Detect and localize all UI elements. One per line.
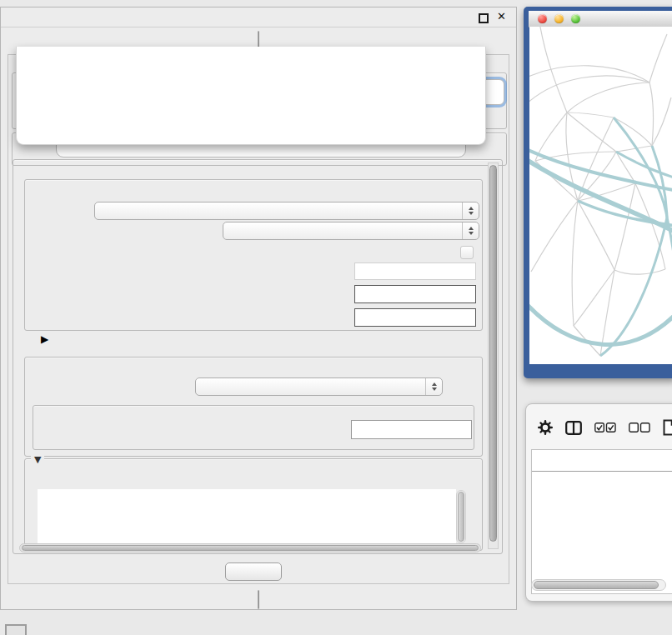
network-view-window bbox=[524, 7, 672, 378]
collapse-arrow-icon[interactable]: ▼ bbox=[34, 454, 41, 465]
tab-group bbox=[258, 590, 259, 609]
split-columns-icon[interactable] bbox=[565, 421, 582, 435]
dpi-tolerance-field[interactable] bbox=[354, 285, 476, 303]
list-scrollbar[interactable] bbox=[456, 490, 466, 543]
deselect-all-checkboxes-icon[interactable] bbox=[629, 422, 650, 433]
gear-icon[interactable] bbox=[538, 420, 553, 435]
network-edges-highlighted bbox=[529, 118, 672, 356]
minimized-panel-icon[interactable] bbox=[5, 624, 27, 635]
network-canvas[interactable] bbox=[529, 27, 672, 364]
scrollbar-thumb[interactable] bbox=[458, 492, 464, 542]
dropdown-placeholder bbox=[17, 47, 485, 62]
table-horizontal-scrollbar[interactable] bbox=[531, 579, 666, 591]
control-panel-titlebar: ✕ bbox=[1, 8, 516, 28]
scrollbar-thumb[interactable] bbox=[489, 165, 497, 542]
apply-button[interactable] bbox=[225, 562, 282, 581]
scrollbar-thumb[interactable] bbox=[22, 545, 479, 551]
table-toolbar bbox=[538, 414, 672, 441]
which-threshold-select[interactable] bbox=[195, 378, 443, 396]
settings-vertical-scrollbar[interactable] bbox=[488, 162, 499, 549]
table-header-row bbox=[532, 450, 672, 472]
network-edges bbox=[529, 27, 671, 356]
float-window-icon[interactable] bbox=[479, 13, 489, 23]
mac-minimize-icon[interactable] bbox=[554, 14, 564, 23]
node-table bbox=[531, 449, 672, 594]
aracne-mode-select[interactable] bbox=[94, 202, 479, 220]
control-panel-window: ✕ bbox=[0, 7, 517, 610]
spinner-arrows-icon bbox=[462, 222, 479, 239]
network-graph bbox=[529, 27, 672, 364]
scrollbar-thumb[interactable] bbox=[534, 581, 659, 589]
settings-horizontal-scrollbar[interactable] bbox=[19, 543, 481, 552]
mac-close-icon[interactable] bbox=[538, 14, 547, 23]
manual-kernel-checkbox[interactable] bbox=[460, 246, 474, 259]
mi-threshold-field[interactable] bbox=[351, 420, 472, 439]
network-window-titlebar bbox=[529, 11, 672, 28]
data-attributes-list[interactable] bbox=[38, 489, 456, 544]
expand-arrow-icon: ▶ bbox=[41, 333, 48, 345]
kernel-width-field[interactable] bbox=[354, 262, 476, 280]
spinner-arrows-icon bbox=[462, 202, 479, 219]
close-icon[interactable]: ✕ bbox=[497, 10, 506, 22]
mi-algorithm-type-select[interactable] bbox=[223, 222, 479, 240]
spinner-arrows-icon bbox=[425, 378, 442, 395]
screen: ✕ bbox=[0, 0, 672, 635]
table-panel-window bbox=[525, 403, 672, 602]
group-title: ▼ bbox=[31, 452, 44, 465]
new-table-icon[interactable] bbox=[663, 419, 672, 436]
mac-zoom-icon[interactable] bbox=[571, 14, 580, 23]
select-all-checkboxes-icon[interactable] bbox=[594, 422, 616, 433]
hub-definition-toggle[interactable]: ▶ bbox=[34, 333, 48, 345]
algorithm-dropdown-list bbox=[16, 47, 486, 145]
mi-steps-field[interactable] bbox=[354, 308, 476, 327]
bottom-tab-bar bbox=[1, 590, 516, 609]
